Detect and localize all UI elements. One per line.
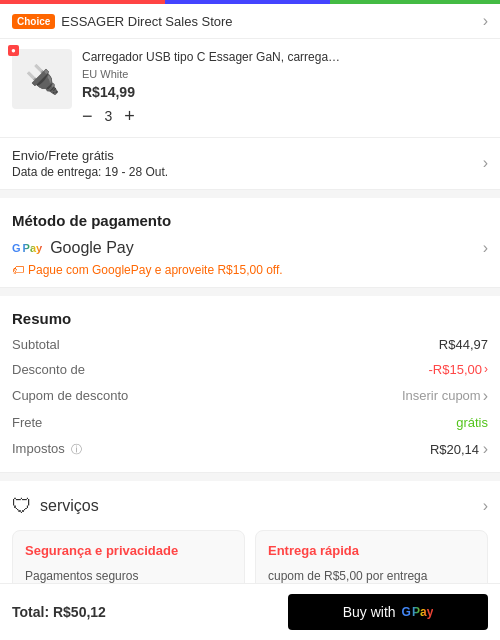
shipping-chevron-icon: › xyxy=(483,154,488,172)
shipping-free-label: Envio/Frete grátis xyxy=(12,148,168,163)
payment-left: G Pay Google Pay xyxy=(12,239,134,257)
section-gap-2 xyxy=(0,288,500,296)
quantity-value: 3 xyxy=(105,108,113,124)
promo-text: Pague com GooglePay e aproveite R$15,00 … xyxy=(28,263,283,277)
promo-icon: 🏷 xyxy=(12,263,24,277)
quantity-minus-button[interactable]: − xyxy=(82,106,93,127)
charger-icon: 🔌 xyxy=(25,63,60,96)
summary-section: Resumo Subtotal R$44,97 Desconto de -R$1… xyxy=(0,296,500,473)
summary-label-subtotal: Subtotal xyxy=(12,337,60,352)
summary-value-coupon: Inserir cupom › xyxy=(402,387,488,405)
product-variant: EU White xyxy=(82,68,488,80)
gpay-btn-g-letter: G xyxy=(402,605,411,619)
quantity-plus-button[interactable]: + xyxy=(124,106,135,127)
gpay-pay-text: Pay xyxy=(23,242,43,254)
services-header-left: 🛡 serviços xyxy=(12,495,99,518)
shield-icon: 🛡 xyxy=(12,495,32,518)
quantity-control: − 3 + xyxy=(82,106,488,127)
payment-promo: 🏷 Pague com GooglePay e aproveite R$15,0… xyxy=(12,263,488,277)
service-card-security-item-1: Pagamentos seguros xyxy=(25,568,232,585)
payment-chevron-icon: › xyxy=(483,239,488,257)
shipping-date-range: 19 - 28 Out. xyxy=(105,165,168,179)
service-card-security-title: Segurança e privacidade xyxy=(25,543,232,560)
summary-title: Resumo xyxy=(12,310,488,327)
product-info: Carregador USB tipo C Essager GaN, carre… xyxy=(82,49,488,127)
gpay-logo: G Pay xyxy=(12,242,42,254)
total-label: Total: R$50,12 xyxy=(12,604,106,620)
product-row: ● 🔌 Carregador USB tipo C Essager GaN, c… xyxy=(12,49,488,127)
store-name: ESSAGER Direct Sales Store xyxy=(61,14,232,29)
taxes-chevron-icon: › xyxy=(483,440,488,457)
summary-row-subtotal: Subtotal R$44,97 xyxy=(12,337,488,352)
shipping-date-label: Data de entrega: xyxy=(12,165,101,179)
services-chevron-icon: › xyxy=(483,497,488,515)
total-value: R$50,12 xyxy=(53,604,106,620)
summary-value-taxes: R$20,14 › xyxy=(430,440,488,458)
product-title: Carregador USB tipo C Essager GaN, carre… xyxy=(82,49,342,66)
buy-with-text: Buy with xyxy=(343,604,396,620)
shipping-date: Data de entrega: 19 - 28 Out. xyxy=(12,165,168,179)
shipping-left: Envio/Frete grátis Data de entrega: 19 -… xyxy=(12,148,168,179)
summary-row-shipping: Frete grátis xyxy=(12,415,488,430)
product-price: R$14,99 xyxy=(82,84,488,100)
taxes-info-icon: ⓘ xyxy=(71,443,82,455)
gpay-btn-logo: G Pay xyxy=(402,605,434,619)
section-gap-1 xyxy=(0,190,500,198)
payment-section-title: Método de pagamento xyxy=(12,212,488,229)
store-header[interactable]: Choice ESSAGER Direct Sales Store › xyxy=(0,4,500,39)
summary-value-discount: -R$15,00 › xyxy=(429,362,488,377)
summary-label-discount: Desconto de xyxy=(12,362,85,377)
summary-row-coupon[interactable]: Cupom de desconto Inserir cupom › xyxy=(12,387,488,405)
coupon-chevron-icon: › xyxy=(483,387,488,405)
discount-chevron-icon: › xyxy=(484,362,488,376)
summary-row-discount: Desconto de -R$15,00 › xyxy=(12,362,488,377)
page-content: Choice ESSAGER Direct Sales Store › ● 🔌 … xyxy=(0,0,500,640)
shipping-section[interactable]: Envio/Frete grátis Data de entrega: 19 -… xyxy=(0,138,500,190)
choice-badge: Choice xyxy=(12,14,55,29)
gpay-label: Google Pay xyxy=(50,239,134,257)
store-chevron-icon: › xyxy=(483,12,488,30)
payment-row[interactable]: G Pay Google Pay › xyxy=(12,239,488,257)
product-section: ● 🔌 Carregador USB tipo C Essager GaN, c… xyxy=(0,39,500,138)
gpay-g-letter: G xyxy=(12,242,21,254)
summary-label-shipping: Frete xyxy=(12,415,42,430)
summary-value-shipping: grátis xyxy=(456,415,488,430)
summary-label-coupon: Cupom de desconto xyxy=(12,388,128,403)
summary-row-taxes[interactable]: Impostos ⓘ R$20,14 › xyxy=(12,440,488,458)
product-badge: ● xyxy=(8,45,19,56)
summary-label-taxes: Impostos ⓘ xyxy=(12,441,82,457)
total-label-text: Total: xyxy=(12,604,49,620)
services-header[interactable]: 🛡 serviços › xyxy=(12,495,488,518)
bottom-bar: Total: R$50,12 Buy with G Pay xyxy=(0,583,500,640)
service-card-delivery-title: Entrega rápida xyxy=(268,543,475,560)
store-header-left: Choice ESSAGER Direct Sales Store xyxy=(12,14,233,29)
product-image: ● 🔌 xyxy=(12,49,72,109)
buy-with-gpay-button[interactable]: Buy with G Pay xyxy=(288,594,488,630)
gpay-btn-pay-text: Pay xyxy=(412,605,433,619)
services-title: serviços xyxy=(40,497,99,515)
summary-value-subtotal: R$44,97 xyxy=(439,337,488,352)
payment-section: Método de pagamento G Pay Google Pay › 🏷… xyxy=(0,198,500,288)
